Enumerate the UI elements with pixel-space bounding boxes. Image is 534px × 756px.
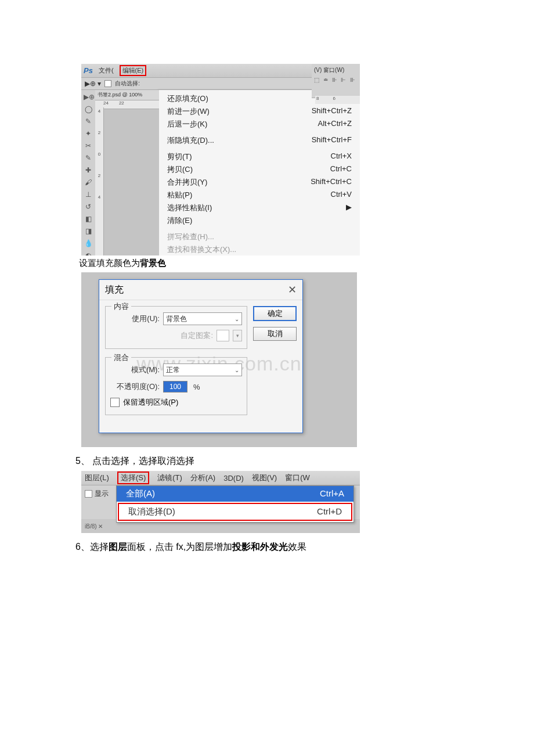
cancel-button[interactable]: 取消 xyxy=(253,327,297,341)
ruler-tick: 22 xyxy=(119,100,124,109)
ok-button[interactable]: 确定 xyxy=(253,306,297,321)
chevron-down-icon: ⌄ xyxy=(234,367,239,373)
menu-file[interactable]: 文件( xyxy=(99,66,114,75)
blur-tool-icon[interactable]: 💧 xyxy=(84,239,93,248)
eraser-tool-icon[interactable]: ◧ xyxy=(84,214,93,224)
menu-item-deselect[interactable]: 取消选择(D)Ctrl+D xyxy=(118,503,352,521)
opacity-label: 不透明度(O): xyxy=(110,381,160,392)
fill-dialog: 填充 ✕ 内容 使用(U): 背景色 ⌄ xyxy=(99,279,303,433)
mode-dropdown[interactable]: 正常 ⌄ xyxy=(163,363,242,376)
menubar-right-row2: ⬚ ≐ ⊪ ⊩ ⊪ xyxy=(314,77,358,83)
menu-item-select-all[interactable]: 全部(A)Ctrl+A xyxy=(117,486,353,502)
fill-dialog-screenshot: www.zixin.com.cn 填充 ✕ 内容 使用(U): 背景色 ⌄ xyxy=(81,272,357,447)
opacity-input[interactable]: 100 xyxy=(163,381,187,393)
ruler-tick: 6 xyxy=(333,96,335,104)
wand-tool-icon[interactable]: ✦ xyxy=(84,129,93,138)
step-6-text: 6、选择图层面板，点击 fx,为图层增加投影和外发光效果 xyxy=(75,541,459,553)
ss3-menubar: 图层(L) 选择(S) 滤镜(T) 分析(A) 3D(D) 视图(V) 窗口(W xyxy=(81,471,360,485)
menu-3d[interactable]: 3D(D) xyxy=(223,474,244,483)
marquee-tool-icon[interactable]: ◯ xyxy=(84,105,93,114)
autoselect-checkbox[interactable] xyxy=(104,80,111,87)
menu-analysis[interactable]: 分析(A) xyxy=(190,473,215,483)
use-dropdown[interactable]: 背景色 ⌄ xyxy=(163,312,242,325)
dodge-tool-icon[interactable]: ◐ xyxy=(84,251,93,255)
show-checkbox-row: 显示 xyxy=(85,489,109,499)
content-legend: 内容 xyxy=(111,301,131,312)
autoselect-label: 自动选择: xyxy=(115,80,140,88)
menu-view[interactable]: 视图(V) xyxy=(252,473,277,483)
canvas-area: 书签2.psd @ 100% 24 22 4 2 0 2 4 xyxy=(95,90,159,255)
eyedropper-tool-icon[interactable]: ✎ xyxy=(84,153,93,163)
ruler-tick: 2 xyxy=(98,173,100,178)
menu-edit[interactable]: 编辑(E) xyxy=(120,65,147,76)
ruler-tick: 4 xyxy=(98,109,100,114)
move-tool-icon[interactable]: ▶⊕ xyxy=(84,92,93,102)
menu-item-fade[interactable]: 渐隐填充(D)...Shift+Ctrl+F xyxy=(159,134,360,147)
use-label: 使用(U): xyxy=(110,314,160,324)
gradient-tool-icon[interactable]: ◨ xyxy=(84,226,93,236)
ruler-tick: 24 xyxy=(103,100,109,109)
ruler-tick: 2 xyxy=(98,130,100,135)
mode-label: 模式(M): xyxy=(110,365,160,375)
menu-item-copy[interactable]: 拷贝(C)Ctrl+C xyxy=(159,163,360,176)
menu-item-find-replace: 查找和替换文本(X)... xyxy=(159,243,360,255)
ruler-tick: 4 xyxy=(98,195,100,200)
crop-tool-icon[interactable]: ✂ xyxy=(84,141,93,150)
dialog-title: 填充 xyxy=(105,284,124,296)
menu-window[interactable]: 窗口(W xyxy=(285,473,310,483)
photoshop-edit-menu-screenshot: Ps 文件( 编辑(E) ▶⊕ ▾ 自动选择: (V) 窗口(W) ⬚ ≐ ⊪ … xyxy=(81,64,360,255)
step-5-text: 5、 点击选择，选择取消选择 xyxy=(75,455,459,467)
ruler-vertical: 4 2 0 2 4 xyxy=(95,107,104,255)
menu-item-clear[interactable]: 清除(E) xyxy=(159,214,360,227)
menubar-right: (V) 窗口(W) ⬚ ≐ ⊪ ⊩ ⊪ xyxy=(312,64,360,98)
move-tool-icon: ▶⊕ ▾ xyxy=(85,80,101,88)
show-label: 显示 xyxy=(95,489,109,499)
content-group: 内容 使用(U): 背景色 ⌄ 自定图案: ▾ xyxy=(105,306,247,349)
ruler-horizontal: 24 22 xyxy=(95,100,159,109)
close-icon[interactable]: ✕ xyxy=(288,283,297,296)
brush-tool-icon[interactable]: 🖌 xyxy=(84,178,93,187)
document-tab[interactable]: 书签2.psd @ 100% xyxy=(95,90,159,100)
menu-item-step-forward[interactable]: 前进一步(W)Shift+Ctrl+Z xyxy=(159,105,360,118)
dialog-titlebar: 填充 ✕ xyxy=(99,280,302,300)
ruler-tick: 0 xyxy=(98,152,100,157)
show-checkbox[interactable] xyxy=(85,490,92,498)
caption-fill-bgcolor: 设置填充颜色为背景色 xyxy=(79,258,459,269)
chevron-down-icon: ⌄ xyxy=(234,316,239,322)
menu-item-paste[interactable]: 粘贴(P)Ctrl+V xyxy=(159,189,360,201)
stamp-tool-icon[interactable]: ⊥ xyxy=(84,190,93,199)
ps-toolbar: ▶⊕ ◯ ✎ ✦ ✂ ✎ ✚ 🖌 ⊥ ↺ ◧ ◨ 💧 ◐ xyxy=(81,90,95,255)
pattern-swatch xyxy=(217,330,229,341)
menubar-right-row1: (V) 窗口(W) xyxy=(314,66,358,74)
heal-tool-icon[interactable]: ✚ xyxy=(84,165,93,175)
menu-item-paste-special[interactable]: 选择性粘贴(I)▶ xyxy=(159,201,360,214)
ruler-tick: 8 xyxy=(316,96,319,104)
pattern-dropdown-icon: ▾ xyxy=(233,330,242,341)
preserve-transparency-label: 保留透明区域(P) xyxy=(123,397,178,408)
menu-layer[interactable]: 图层(L) xyxy=(85,473,109,483)
blend-group: 混合 模式(M): 正常 ⌄ 不透明度(O): 100 % xyxy=(105,357,247,415)
ps-logo: Ps xyxy=(84,66,93,75)
edit-menu-dropdown: 还原填充(O)Ctrl+Z 前进一步(W)Shift+Ctrl+Z 后退一步(K… xyxy=(159,90,360,255)
pattern-label: 自定图案: xyxy=(181,330,213,341)
percent-label: % xyxy=(193,383,200,391)
lasso-tool-icon[interactable]: ✎ xyxy=(84,117,93,126)
history-brush-icon[interactable]: ↺ xyxy=(84,202,93,211)
select-menu-screenshot: 图层(L) 选择(S) 滤镜(T) 分析(A) 3D(D) 视图(V) 窗口(W… xyxy=(81,471,360,533)
select-menu-dropdown: 全部(A)Ctrl+A 取消选择(D)Ctrl+D xyxy=(116,485,354,523)
menu-item-cut[interactable]: 剪切(T)Ctrl+X xyxy=(159,150,360,163)
mode-value: 正常 xyxy=(166,365,180,375)
menu-item-step-backward[interactable]: 后退一步(K)Alt+Ctrl+Z xyxy=(159,118,360,131)
ruler-right: 8 6 xyxy=(315,96,360,104)
menu-item-spellcheck: 拼写检查(H)... xyxy=(159,231,360,243)
use-value: 背景色 xyxy=(166,314,187,324)
menu-select[interactable]: 选择(S) xyxy=(117,471,149,484)
menu-item-copy-merged[interactable]: 合并拷贝(Y)Shift+Ctrl+C xyxy=(159,176,360,189)
preserve-transparency-checkbox[interactable] xyxy=(110,398,120,407)
menu-filter[interactable]: 滤镜(T) xyxy=(157,473,182,483)
blend-legend: 混合 xyxy=(111,352,131,363)
